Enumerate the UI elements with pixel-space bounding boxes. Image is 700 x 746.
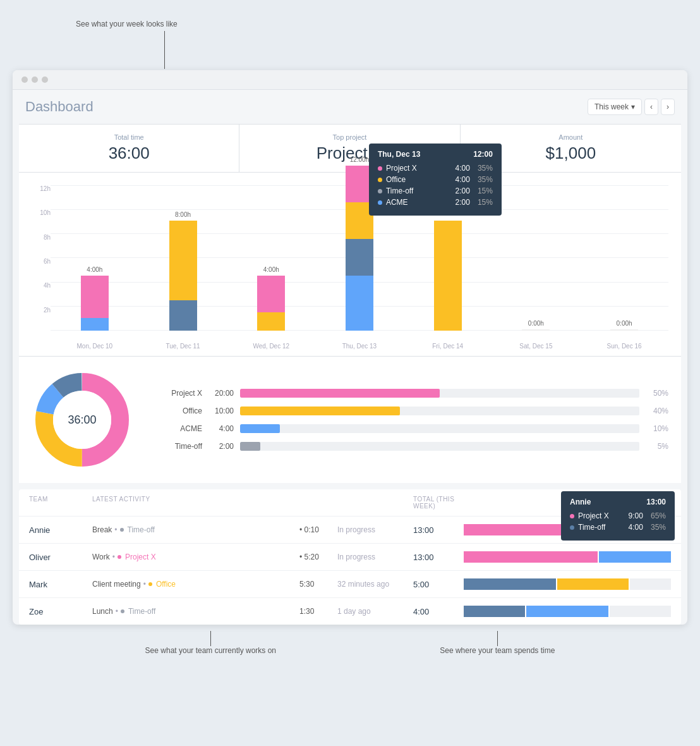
activity-text-mark: Client meeting: [92, 580, 141, 589]
bar-chart-section: 12h 10h 8h 6h 4h 2h: [19, 173, 681, 356]
tooltip-dot-office: [378, 178, 382, 182]
activity-proj-oliver: Project X: [125, 553, 156, 561]
tooltip-row-annie-to: Time-off 4:00 35%: [570, 523, 666, 532]
tooltip-row-acme: ACME 2:00 15%: [378, 198, 493, 207]
proj-time-px: 20:00: [208, 389, 234, 398]
bar-label-sat: 0:00h: [528, 320, 544, 327]
tooltip-pct-office: 35%: [478, 175, 493, 184]
tooltip-time-annie: 13:00: [646, 498, 666, 506]
proj-pct-timeoff: 5%: [646, 442, 668, 451]
prev-week-button[interactable]: ‹: [644, 99, 658, 115]
top-project-label: Top project: [246, 133, 453, 141]
team-row-mark: Mark Client meeting • Office 5:30 32 min…: [19, 571, 681, 598]
bar-stack-mon: [81, 276, 109, 331]
total-zoe: 4:00: [413, 607, 464, 616]
x-label-sun: Sun, Dec 16: [602, 343, 646, 350]
tooltip-row-timeoff: Time-off 2:00 15%: [378, 186, 493, 195]
activity-text-zoe: Lunch: [92, 607, 113, 616]
proj-time-timeoff: 2:00: [208, 442, 234, 451]
project-row-office: Office 10:00 40%: [158, 407, 668, 415]
tooltip-val-timeoff: 2:00: [456, 186, 470, 195]
activity-dot-annie: [120, 528, 124, 532]
y-label-2: 2h: [32, 307, 51, 314]
proj-bar-bg-timeoff: [240, 442, 639, 451]
proj-bar-fill-acme: [240, 424, 280, 433]
activity-text-annie: Break: [92, 525, 112, 534]
bar-seg: [169, 221, 197, 300]
proj-name-office: Office: [158, 407, 202, 415]
y-label-6: 6h: [32, 258, 51, 265]
tname: Time-off: [578, 523, 625, 532]
x-label-sat: Sat, Dec 15: [514, 343, 558, 350]
header-controls: This week ▾ ‹ ›: [588, 99, 675, 115]
member-name-zoe: Zoe: [29, 607, 92, 616]
next-week-button[interactable]: ›: [661, 99, 675, 115]
tooltip-dot-px: [378, 166, 382, 171]
dashboard-window: Dashboard This week ▾ ‹ › Total time 36:…: [13, 70, 687, 625]
bar-stack-tue: [169, 221, 197, 331]
proj-pct-office: 40%: [646, 407, 668, 415]
bar-label-mon: 4:00h: [87, 266, 102, 273]
chart-inner: 4:00h 8:00h: [51, 185, 668, 350]
team-row-oliver: Oliver Work • Project X • 5:20 In progre…: [19, 544, 681, 571]
member-name-oliver: Oliver: [29, 553, 92, 562]
tpct: 65%: [651, 511, 666, 520]
tooltip-title-annie: Annie 13:00: [570, 498, 666, 506]
proj-bar-bg-acme: [240, 424, 639, 433]
bottom-ann-right-text: See where your team spends time: [440, 646, 555, 655]
mini-seg: [599, 551, 671, 563]
bar-stack-wed: [257, 276, 285, 331]
traffic-dot-2: [32, 76, 38, 83]
col-status: [337, 496, 413, 510]
bottom-ann-right: See where your team spends time: [440, 631, 555, 655]
tooltip-pct-acme: 15%: [478, 198, 493, 207]
col-activity: LATEST ACTIVITY: [92, 496, 299, 510]
x-label-mon: Mon, Dec 10: [73, 343, 117, 350]
mini-seg: [526, 606, 608, 617]
activity-dot-mark: [148, 582, 152, 586]
bars-container: 4:00h 8:00h: [51, 185, 668, 331]
y-label-12: 12h: [32, 185, 51, 192]
tooltip-dot-timeoff: [378, 189, 382, 193]
tooltip-pct-px: 35%: [478, 164, 493, 173]
bar-label-sun: 0:00h: [617, 320, 632, 327]
this-week-button[interactable]: This week ▾: [588, 99, 642, 115]
bar-group-wed: 4:00h: [249, 266, 293, 331]
time-oliver: • 5:20: [299, 553, 337, 561]
tooltip-time: 12:00: [473, 150, 493, 159]
tooltip-title: Thu, Dec 13 12:00: [378, 150, 493, 159]
activity-zoe: Lunch • Time-off: [92, 607, 299, 616]
bar-label-thu: 12:00h: [350, 156, 370, 163]
y-label-8: 8h: [32, 234, 51, 241]
amount-label: Amount: [467, 133, 675, 141]
tooltip-name-px: Project X: [386, 164, 452, 173]
donut-label: 36:00: [68, 413, 96, 427]
ann-line-left: [210, 631, 211, 646]
mini-bar-oliver: [464, 551, 671, 563]
x-label-thu: Thu, Dec 13: [337, 343, 382, 350]
total-time-cell: Total time 36:00: [19, 125, 239, 172]
bar-seg: [169, 300, 197, 331]
window-titlebar: [13, 70, 687, 90]
tooltip-row-office: Office 4:00 35%: [378, 175, 493, 184]
bar-stack-fri: [434, 221, 462, 331]
bar-seg: [81, 318, 109, 331]
tooltip-name-acme: ACME: [386, 198, 452, 207]
project-bars: Project X 20:00 50% Office 10:00 40% ACM…: [158, 389, 668, 451]
member-name-annie: Annie: [29, 525, 92, 535]
status-zoe: 1 day ago: [337, 607, 413, 616]
tval: 4:00: [629, 523, 643, 532]
team-row-zoe: Zoe Lunch • Time-off 1:30 1 day ago 4:00: [19, 598, 681, 625]
mini-seg: [557, 578, 629, 590]
proj-bar-fill-px: [240, 389, 440, 398]
bar-seg-cyan: [346, 276, 373, 331]
activity-dot-oliver: [118, 555, 121, 559]
status-oliver: In progress: [337, 553, 413, 561]
proj-name-acme: ACME: [158, 424, 202, 433]
mini-seg: [464, 551, 598, 563]
mini-bar-mark: [464, 578, 671, 590]
chart-tooltip: Thu, Dec 13 12:00 Project X 4:00 35%: [369, 144, 502, 216]
activity-proj-annie: Time-off: [128, 525, 155, 534]
tooltip-day: Thu, Dec 13: [378, 150, 420, 159]
dot: [570, 525, 574, 530]
